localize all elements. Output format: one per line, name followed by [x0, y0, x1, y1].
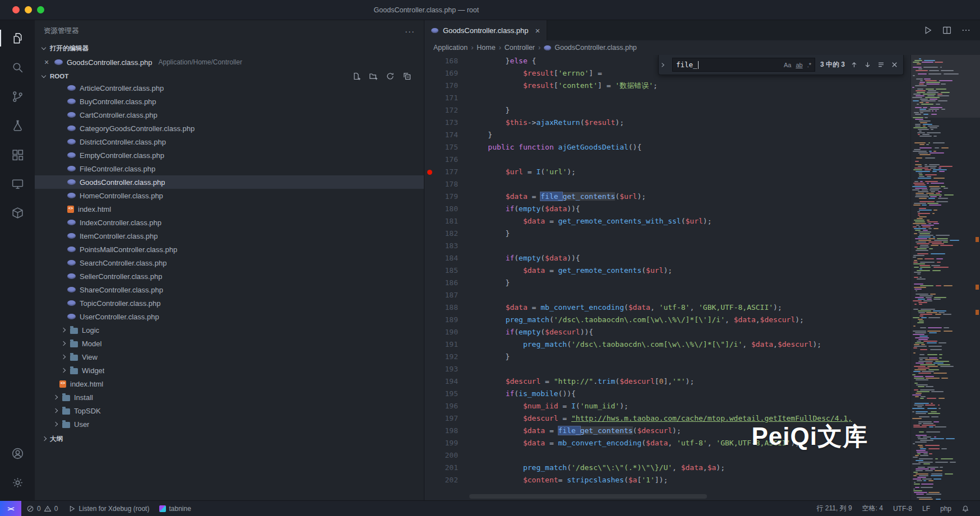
next-match-button[interactable] [863, 61, 872, 69]
tabnine-status[interactable]: tabnine [154, 501, 196, 516]
line-number[interactable]: 199 [434, 437, 458, 449]
breakpoint-gutter[interactable] [424, 252, 434, 264]
tree-item-topsdk[interactable]: TopSDK [35, 404, 424, 417]
code-line-176[interactable]: 176 [424, 154, 910, 166]
line-number[interactable]: 190 [434, 326, 458, 338]
line-number[interactable]: 191 [434, 338, 458, 351]
breakpoint-gutter[interactable] [424, 338, 434, 351]
breakpoint-gutter[interactable] [424, 474, 434, 486]
code-line-183[interactable]: 183 [424, 240, 910, 252]
line-number[interactable]: 176 [434, 154, 458, 166]
breakpoint-gutter[interactable] [424, 67, 434, 80]
refresh-icon[interactable] [386, 72, 395, 81]
tree-item-articlecontroller-class-php[interactable]: ArticleController.class.php [35, 81, 424, 95]
tree-item-usercontroller-class-php[interactable]: UserController.class.php [35, 310, 424, 323]
tree-item-itemcontroller-class-php[interactable]: ItemController.class.php [35, 229, 424, 243]
more-actions-icon[interactable] [961, 25, 971, 35]
code-line-174[interactable]: 174 } [424, 129, 910, 141]
find-input[interactable]: file_ Aa ab .* [672, 58, 815, 72]
code-line-171[interactable]: 171 [424, 92, 910, 104]
whole-word-toggle[interactable]: ab [796, 62, 802, 68]
breakpoint-gutter[interactable] [424, 437, 434, 449]
code-line-192[interactable]: 192 } [424, 351, 910, 363]
line-number[interactable]: 179 [434, 190, 458, 203]
extensions-icon[interactable] [0, 140, 35, 169]
code-line-186[interactable]: 186 } [424, 277, 910, 289]
minimap-viewport[interactable] [911, 55, 980, 118]
line-number[interactable]: 184 [434, 252, 458, 264]
close-find-icon[interactable] [890, 61, 899, 69]
tree-item-logic[interactable]: Logic [35, 323, 424, 337]
line-number[interactable]: 177 [434, 166, 458, 178]
breakpoint-gutter[interactable] [424, 375, 434, 388]
remote-explorer-icon[interactable] [0, 169, 35, 198]
breakpoint-gutter[interactable] [424, 363, 434, 375]
code-line-177[interactable]: 177 $url = I('url'); [424, 166, 910, 178]
line-number[interactable]: 192 [434, 351, 458, 363]
breakpoint-gutter[interactable] [424, 215, 434, 227]
breakpoint-gutter[interactable] [424, 412, 434, 425]
tab-close-icon[interactable]: × [535, 26, 540, 35]
toggle-replace-icon[interactable] [659, 55, 667, 75]
line-number[interactable]: 198 [434, 425, 458, 437]
open-editors-section-header[interactable]: 打开的编辑器 [35, 41, 424, 55]
line-number[interactable]: 183 [434, 240, 458, 252]
breakpoint-gutter[interactable] [424, 400, 434, 412]
notifications-bell[interactable] [956, 501, 974, 516]
tree-item-view[interactable]: View [35, 350, 424, 364]
line-number[interactable]: 168 [434, 55, 458, 67]
tree-item-widget[interactable]: Widget [35, 364, 424, 377]
encoding-setting[interactable]: UTF-8 [888, 501, 917, 516]
tree-item-cartcontroller-class-php[interactable]: CartController.class.php [35, 108, 424, 122]
code-line-180[interactable]: 180 if(empty($data)){ [424, 203, 910, 215]
code-line-178[interactable]: 178 [424, 178, 910, 190]
run-debug-editor-icon[interactable] [923, 25, 933, 35]
breakpoint-gutter[interactable] [424, 129, 434, 141]
indentation-setting[interactable]: 空格: 4 [857, 501, 888, 516]
close-window-button[interactable] [12, 6, 20, 13]
code-line-195[interactable]: 195 if(is_mobile()){ [424, 388, 910, 400]
breakpoint-gutter[interactable] [424, 92, 434, 104]
breakpoint-gutter[interactable] [424, 178, 434, 190]
breakpoint-icon[interactable] [427, 170, 432, 175]
line-number[interactable]: 187 [434, 289, 458, 301]
settings-gear-icon[interactable] [0, 468, 35, 497]
run-debug-icon[interactable] [0, 111, 35, 140]
line-number[interactable]: 193 [434, 363, 458, 375]
tree-item-topiccontroller-class-php[interactable]: TopicController.class.php [35, 296, 424, 310]
breakpoint-gutter[interactable] [424, 227, 434, 240]
xdebug-status[interactable]: Listen for Xdebug (root) [63, 501, 154, 516]
breakpoint-gutter[interactable] [424, 190, 434, 203]
code-line-201[interactable]: 201 preg_match('/desc\"\:\"(.*)\"\}/U', … [424, 462, 910, 474]
collapse-all-icon[interactable] [403, 72, 412, 81]
breakpoint-gutter[interactable] [424, 240, 434, 252]
breakpoint-gutter[interactable] [424, 264, 434, 277]
packages-icon[interactable] [0, 198, 35, 227]
code-line-202[interactable]: 202 $content= stripcslashes($a['1']); [424, 474, 910, 486]
line-number[interactable]: 171 [434, 92, 458, 104]
new-file-icon[interactable] [352, 72, 361, 81]
line-number[interactable]: 189 [434, 314, 458, 326]
tree-item-districtcontroller-class-php[interactable]: DistrictController.class.php [35, 135, 424, 148]
tree-item-pointsmallcontroller-class-php[interactable]: PointsMallController.class.php [35, 243, 424, 256]
tree-item-buycontroller-class-php[interactable]: BuyController.class.php [35, 95, 424, 108]
split-editor-icon[interactable] [942, 25, 952, 35]
code-editor[interactable]: 168 }else {169 $result['errno'] = 170 $r… [424, 55, 980, 500]
code-line-190[interactable]: 190 if(empty($descurl)){ [424, 326, 910, 338]
breakpoint-gutter[interactable] [424, 166, 434, 178]
breakpoint-gutter[interactable] [424, 289, 434, 301]
breakpoint-gutter[interactable] [424, 203, 434, 215]
breakpoint-gutter[interactable] [424, 425, 434, 437]
language-mode[interactable]: php [935, 501, 956, 516]
line-number[interactable]: 175 [434, 141, 458, 154]
tree-item-searchcontroller-class-php[interactable]: SearchController.class.php [35, 256, 424, 269]
line-number[interactable]: 195 [434, 388, 458, 400]
previous-match-button[interactable] [850, 61, 858, 69]
remote-indicator[interactable]: >< [0, 501, 21, 516]
tree-item-index-html[interactable]: index.html [35, 202, 424, 216]
breakpoint-gutter[interactable] [424, 314, 434, 326]
line-number[interactable]: 182 [434, 227, 458, 240]
minimap[interactable] [910, 55, 980, 500]
breakpoint-gutter[interactable] [424, 80, 434, 92]
code-line-196[interactable]: 196 $num_iid = I('num_iid'); [424, 400, 910, 412]
